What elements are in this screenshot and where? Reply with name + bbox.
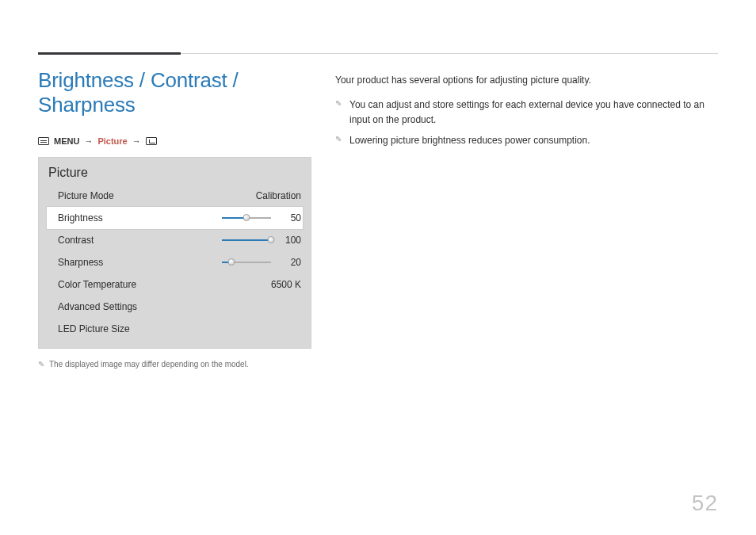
bullet-item: ✎ Lowering picture brightness reduces po… bbox=[335, 133, 718, 148]
row-picture-mode[interactable]: Picture Mode Calibration bbox=[39, 185, 311, 207]
contrast-slider[interactable] bbox=[222, 239, 271, 241]
section-title: Brightness / Contrast / Sharpness bbox=[38, 68, 311, 117]
color-temperature-value: 6500 K bbox=[271, 279, 301, 290]
breadcrumb: MENU → Picture → bbox=[38, 136, 311, 146]
contrast-label: Contrast bbox=[58, 235, 94, 246]
pencil-icon: ✎ bbox=[335, 97, 342, 128]
osd-panel: Picture Picture Mode Calibration Brightn… bbox=[38, 157, 311, 349]
header-rule-thick bbox=[38, 52, 181, 55]
bullet-item: ✎ You can adjust and store settings for … bbox=[335, 97, 718, 128]
panel-title: Picture bbox=[39, 158, 311, 185]
intro-text: Your product has several options for adj… bbox=[335, 73, 718, 88]
row-brightness[interactable]: Brightness 50 bbox=[47, 207, 303, 229]
advanced-settings-label: Advanced Settings bbox=[58, 301, 137, 312]
row-led-picture-size[interactable]: LED Picture Size bbox=[39, 318, 311, 340]
menu-icon bbox=[38, 137, 49, 145]
sharpness-label: Sharpness bbox=[58, 257, 103, 268]
arrow-icon: → bbox=[132, 136, 141, 146]
picture-mode-label: Picture Mode bbox=[58, 190, 114, 201]
left-note-text: The displayed image may differ depending… bbox=[49, 360, 249, 369]
contrast-value: 100 bbox=[277, 235, 301, 246]
breadcrumb-menu: MENU bbox=[54, 136, 79, 146]
breadcrumb-picture: Picture bbox=[97, 136, 127, 146]
arrow-icon: → bbox=[84, 136, 93, 146]
brightness-value: 50 bbox=[277, 212, 301, 224]
brightness-label: Brightness bbox=[58, 212, 103, 224]
led-picture-size-label: LED Picture Size bbox=[58, 323, 130, 334]
header-rule-thin bbox=[181, 53, 718, 54]
row-advanced-settings[interactable]: Advanced Settings bbox=[39, 296, 311, 318]
picture-mode-value: Calibration bbox=[256, 190, 301, 201]
page-number: 52 bbox=[692, 491, 718, 516]
enter-icon bbox=[146, 137, 157, 145]
color-temperature-label: Color Temperature bbox=[58, 279, 136, 290]
row-sharpness[interactable]: Sharpness 20 bbox=[39, 251, 311, 273]
brightness-slider[interactable] bbox=[222, 217, 271, 219]
pencil-icon: ✎ bbox=[335, 133, 342, 148]
bullet-text: You can adjust and store settings for ea… bbox=[349, 97, 718, 128]
left-note: ✎ The displayed image may differ dependi… bbox=[38, 360, 311, 369]
sharpness-slider[interactable] bbox=[222, 262, 271, 263]
pencil-icon: ✎ bbox=[38, 360, 44, 369]
sharpness-value: 20 bbox=[277, 257, 301, 268]
row-contrast[interactable]: Contrast 100 bbox=[39, 229, 311, 251]
row-color-temperature[interactable]: Color Temperature 6500 K bbox=[39, 273, 311, 296]
right-column: Your product has several options for adj… bbox=[335, 68, 718, 369]
bullet-text: Lowering picture brightness reduces powe… bbox=[349, 133, 590, 148]
left-column: Brightness / Contrast / Sharpness MENU →… bbox=[38, 68, 311, 369]
